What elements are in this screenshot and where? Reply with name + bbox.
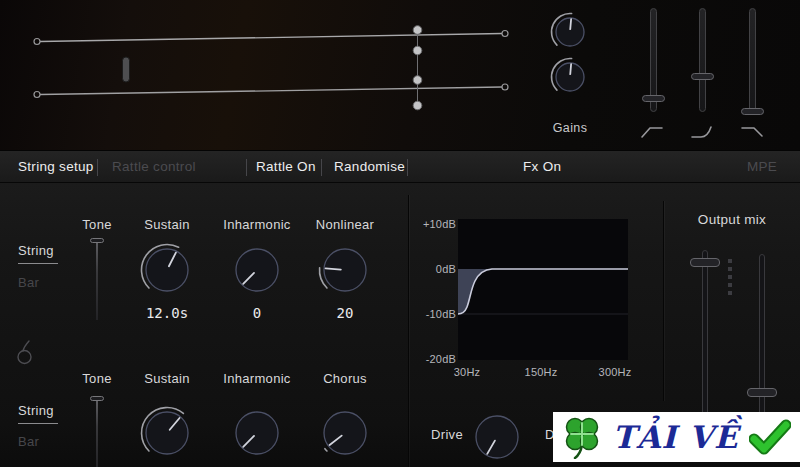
menu-separator	[321, 159, 322, 176]
clover-icon	[562, 415, 602, 459]
tone-label-1: Tone	[67, 217, 127, 232]
bridge-node-1[interactable]	[413, 26, 422, 35]
tone-slider-2-handle[interactable]	[90, 396, 104, 401]
gains-label: Gains	[540, 121, 600, 135]
mix-dot	[728, 259, 732, 263]
y-tick-0db: 0dB	[404, 263, 456, 275]
string-2[interactable]	[40, 87, 502, 95]
output-mix-title: Output mix	[680, 212, 784, 227]
string-1-right-end	[502, 31, 508, 37]
inharmonic-knob-2[interactable]	[229, 405, 285, 465]
rattle-element[interactable]	[123, 57, 130, 82]
tab-string-setup[interactable]: String setup	[18, 151, 94, 184]
env-slider-1-handle[interactable]	[642, 95, 665, 102]
plugin-window: Gains String setup Rattle control Rattle…	[0, 0, 800, 467]
attack-curve-icon	[640, 124, 664, 140]
rise-curve-icon	[690, 124, 714, 140]
tone-slider-2-track[interactable]	[96, 399, 98, 467]
rattle-on-toggle[interactable]: Rattle On	[256, 151, 316, 184]
watermark-text: TẢI VỀ	[612, 419, 738, 455]
output-slider-1-handle[interactable]	[690, 258, 720, 267]
env-slider-3-track[interactable]	[749, 8, 756, 112]
bridge-node-4[interactable]	[413, 101, 422, 110]
tab-string-2-underline	[18, 423, 58, 424]
inharmonic-label-2: Inharmonic	[212, 371, 302, 386]
sustain-value-1: 12.0s	[127, 305, 207, 321]
filter-response-graph[interactable]	[458, 219, 628, 360]
drive-knob[interactable]	[469, 409, 525, 467]
tab-rattle-control[interactable]: Rattle control	[112, 151, 196, 184]
menu-separator	[246, 159, 247, 176]
sustain-label-1: Sustain	[127, 217, 207, 232]
string-1-left-end	[34, 39, 40, 45]
menubar: String setup Rattle control Rattle On Ra…	[0, 150, 800, 183]
string-2-right-end	[502, 84, 508, 90]
mix-dot	[728, 275, 732, 279]
x-tick-150hz: 150Hz	[519, 366, 563, 378]
filter-response-curve	[458, 269, 628, 314]
nonlinear-knob-1[interactable]	[317, 242, 373, 302]
y-tick-minus10db: -10dB	[404, 308, 456, 320]
sustain-knob-2[interactable]	[139, 405, 195, 465]
open-lock-icon[interactable]	[14, 338, 36, 366]
strings-visualization[interactable]	[0, 0, 540, 150]
chorus-knob-2[interactable]	[317, 405, 373, 465]
menu-separator	[97, 159, 98, 176]
filter-cut-fill	[458, 269, 492, 314]
x-tick-30hz: 30Hz	[450, 366, 484, 378]
decay-curve-icon	[740, 124, 764, 140]
y-tick-plus10db: +10dB	[404, 218, 456, 230]
env-slider-3-handle[interactable]	[741, 108, 764, 115]
checkmark-icon	[749, 419, 791, 455]
tab-string-2[interactable]: String	[18, 403, 62, 418]
randomise-button[interactable]: Randomise	[334, 151, 405, 184]
tone-label-2: Tone	[67, 371, 127, 386]
gain-1-knob[interactable]	[548, 10, 592, 58]
tab-bar-2[interactable]: Bar	[18, 434, 62, 449]
nonlinear-label-1: Nonlinear	[303, 217, 387, 232]
mpe-toggle[interactable]: MPE	[747, 151, 777, 184]
env-slider-2-handle[interactable]	[691, 73, 714, 80]
menu-separator	[407, 159, 408, 176]
drive-label: Drive	[425, 427, 469, 442]
gain-2-knob[interactable]	[548, 55, 592, 103]
bridge-node-3[interactable]	[413, 76, 422, 85]
tone-slider-1-track[interactable]	[96, 240, 98, 320]
env-slider-2-track[interactable]	[699, 8, 706, 112]
mix-dot	[728, 267, 732, 271]
tab-string-1[interactable]: String	[18, 243, 62, 258]
string-display-panel: Gains	[0, 0, 800, 150]
mix-dot	[728, 291, 732, 295]
y-tick-minus20db: -20dB	[404, 353, 456, 365]
inharmonic-value-1: 0	[212, 305, 302, 321]
tab-string-1-underline	[18, 263, 58, 264]
tone-slider-1-handle[interactable]	[90, 238, 104, 243]
sustain-label-2: Sustain	[127, 371, 207, 386]
inharmonic-knob-1[interactable]	[229, 242, 285, 302]
bridge-node-2[interactable]	[413, 46, 422, 55]
tab-bar-1[interactable]: Bar	[18, 275, 62, 290]
inharmonic-label-1: Inharmonic	[212, 217, 302, 232]
mix-dot	[728, 283, 732, 287]
fx-on-toggle[interactable]: Fx On	[523, 151, 561, 184]
string-1[interactable]	[40, 34, 502, 42]
download-watermark-banner[interactable]: TẢI VỀ	[553, 412, 800, 462]
sustain-knob-1[interactable]	[139, 242, 195, 302]
x-tick-300hz: 300Hz	[593, 366, 637, 378]
panel-divider	[408, 195, 409, 467]
nonlinear-value-1: 20	[303, 305, 387, 321]
output-slider-2-handle[interactable]	[747, 388, 777, 397]
string-2-left-end	[34, 92, 40, 98]
panel-divider	[663, 201, 664, 401]
chorus-label-2: Chorus	[303, 371, 387, 386]
